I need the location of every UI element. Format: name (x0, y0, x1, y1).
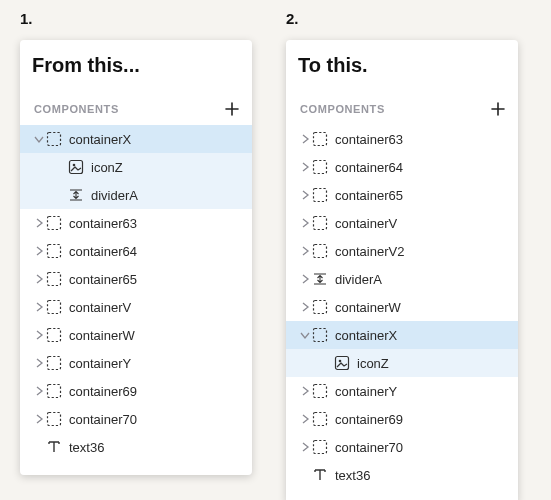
container-icon (312, 327, 328, 343)
component-tree: container63container64container65contain… (286, 123, 518, 500)
tree-item[interactable]: dividerA (286, 265, 518, 293)
panel-title: From this... (20, 40, 252, 95)
container-icon (312, 299, 328, 315)
tree-item-label: container63 (335, 133, 403, 146)
tree-item-label: containerX (69, 133, 131, 146)
tree-item-label: containerW (335, 301, 401, 314)
tree-item[interactable]: iconZ (286, 349, 518, 377)
step-number-1: 1. (20, 10, 33, 27)
tree-item-label: text36 (335, 469, 370, 482)
tree-item-label: containerV (69, 301, 131, 314)
section-label: COMPONENTS (34, 103, 119, 115)
tree-item[interactable]: container64 (20, 237, 252, 265)
tree-item[interactable]: container69 (286, 405, 518, 433)
chevron-right-icon[interactable] (32, 217, 46, 229)
tree-item[interactable]: containerW (20, 321, 252, 349)
tree-item-label: containerV2 (335, 245, 404, 258)
container-icon (312, 411, 328, 427)
add-component-button[interactable] (222, 99, 242, 119)
divider-icon (68, 187, 84, 203)
tree-item[interactable]: container64 (286, 153, 518, 181)
tree-item[interactable]: containerY (20, 349, 252, 377)
plus-icon (224, 101, 240, 117)
tree-item[interactable]: container69 (20, 377, 252, 405)
plus-icon (490, 101, 506, 117)
container-icon (46, 271, 62, 287)
container-icon (46, 131, 62, 147)
tree-item-label: container65 (335, 189, 403, 202)
tree-item[interactable]: container70 (20, 405, 252, 433)
tree-item-label: container69 (335, 413, 403, 426)
chevron-right-icon[interactable] (298, 161, 312, 173)
tree-item[interactable]: container63 (286, 125, 518, 153)
tree-item-label: container70 (69, 413, 137, 426)
chevron-right-icon[interactable] (32, 273, 46, 285)
tree-item-label: iconZ (91, 161, 123, 174)
container-icon (46, 383, 62, 399)
panel-title: To this. (286, 40, 518, 95)
tree-item[interactable]: container70 (286, 433, 518, 461)
container-icon (312, 439, 328, 455)
container-icon (312, 187, 328, 203)
icon-icon (334, 355, 350, 371)
container-icon (312, 159, 328, 175)
tree-item-label: container64 (69, 245, 137, 258)
container-icon (46, 215, 62, 231)
tree-item[interactable]: dividerA (20, 181, 252, 209)
text-icon (312, 467, 328, 483)
container-icon (312, 243, 328, 259)
tree-item-label: containerX (335, 329, 397, 342)
chevron-right-icon[interactable] (298, 217, 312, 229)
chevron-right-icon[interactable] (298, 245, 312, 257)
tree-item[interactable]: text36 (20, 433, 252, 461)
tree-item[interactable]: containerY (286, 377, 518, 405)
tree-item-label: containerW (69, 329, 135, 342)
tree-item[interactable]: containerV (20, 293, 252, 321)
chevron-right-icon[interactable] (298, 301, 312, 313)
container-icon (312, 131, 328, 147)
component-panel-after: To this. COMPONENTS container63container… (286, 40, 518, 500)
tree-item-label: text36 (69, 441, 104, 454)
add-component-button[interactable] (488, 99, 508, 119)
tree-item[interactable]: container65 (286, 181, 518, 209)
step-number-2: 2. (286, 10, 299, 27)
section-header: COMPONENTS (286, 95, 518, 123)
chevron-down-icon[interactable] (32, 133, 46, 145)
tree-item-label: containerV (335, 217, 397, 230)
chevron-right-icon[interactable] (298, 133, 312, 145)
tree-item[interactable]: container63 (20, 209, 252, 237)
chevron-right-icon[interactable] (298, 441, 312, 453)
text-icon (46, 439, 62, 455)
chevron-right-icon[interactable] (298, 385, 312, 397)
tree-item[interactable]: containerV (286, 209, 518, 237)
chevron-right-icon[interactable] (32, 385, 46, 397)
container-icon (46, 299, 62, 315)
component-tree: containerXiconZdividerAcontainer63contai… (20, 123, 252, 475)
tree-item-label: container64 (335, 161, 403, 174)
tree-item[interactable]: containerX (286, 321, 518, 349)
container-icon (46, 355, 62, 371)
divider-icon (312, 271, 328, 287)
component-panel-before: From this... COMPONENTS containerXiconZd… (20, 40, 252, 475)
container-icon (46, 327, 62, 343)
chevron-right-icon[interactable] (32, 413, 46, 425)
chevron-right-icon[interactable] (298, 189, 312, 201)
tree-item-label: container69 (69, 385, 137, 398)
chevron-right-icon[interactable] (298, 413, 312, 425)
tree-item[interactable]: containerX (20, 125, 252, 153)
chevron-right-icon[interactable] (32, 245, 46, 257)
tree-item[interactable]: containerW (286, 293, 518, 321)
chevron-right-icon[interactable] (298, 273, 312, 285)
tree-item[interactable]: iconZ (20, 153, 252, 181)
chevron-down-icon[interactable] (298, 329, 312, 341)
chevron-right-icon[interactable] (32, 357, 46, 369)
tree-item[interactable]: text36 (286, 461, 518, 489)
container-icon (312, 383, 328, 399)
tree-item-label: container65 (69, 273, 137, 286)
icon-icon (68, 159, 84, 175)
tree-item-label: containerY (335, 385, 397, 398)
chevron-right-icon[interactable] (32, 329, 46, 341)
tree-item[interactable]: container65 (20, 265, 252, 293)
chevron-right-icon[interactable] (32, 301, 46, 313)
tree-item[interactable]: containerV2 (286, 237, 518, 265)
